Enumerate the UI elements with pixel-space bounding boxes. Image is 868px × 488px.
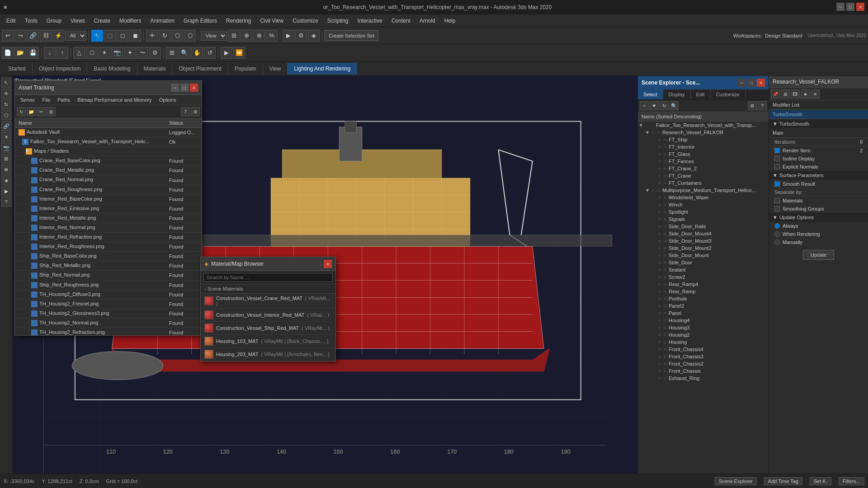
undo-button[interactable]: ↩ bbox=[2, 30, 14, 42]
at-menu-file[interactable]: File bbox=[38, 96, 54, 104]
at-file-row[interactable]: TH_Housing2_Refraction.pngFound bbox=[15, 328, 202, 335]
mat-item[interactable]: Construction_Vessel_Interior_Red_MAT ( V… bbox=[201, 309, 335, 322]
prop-highlight-button[interactable]: ★ bbox=[801, 89, 810, 99]
se-help-button[interactable]: ? bbox=[758, 101, 767, 110]
se-tab-display[interactable]: Display bbox=[663, 89, 691, 99]
se-filter-button[interactable]: ▼ bbox=[650, 101, 659, 110]
close-button[interactable]: ✕ bbox=[856, 3, 864, 11]
mat-item[interactable]: Housing_103_MAT ( VRayMtl ) [Back_Chassi… bbox=[201, 335, 335, 348]
se-node[interactable]: ○○Signals bbox=[638, 216, 769, 223]
menu-item-help[interactable]: Help bbox=[440, 16, 460, 26]
camera-button[interactable]: 📷 bbox=[111, 47, 123, 59]
se-tab-edit[interactable]: Edit bbox=[691, 89, 711, 99]
open-file-button[interactable]: 📂 bbox=[14, 47, 26, 59]
add-time-tag-button[interactable]: Add Time Tag bbox=[764, 477, 802, 485]
se-node[interactable]: ○○FT_Glass bbox=[638, 150, 769, 158]
se-refresh-button[interactable]: ↻ bbox=[660, 101, 669, 110]
at-file-row[interactable]: Crane_Red_Roughness.pngFound bbox=[15, 185, 202, 194]
render-settings-button[interactable]: ⚙ bbox=[295, 30, 307, 42]
isoline-checkbox[interactable] bbox=[774, 156, 780, 161]
prop-anim-button[interactable]: 🎞 bbox=[791, 89, 800, 99]
at-maps-row[interactable]: ▶Maps / Shaders bbox=[15, 147, 202, 156]
menu-item-views[interactable]: Views bbox=[66, 16, 90, 26]
at-file-row[interactable]: Interior_Red_BaseColor.pngFound bbox=[15, 194, 202, 204]
menu-item-interactive[interactable]: Interactive bbox=[353, 16, 387, 26]
at-file-row[interactable]: Ship_Red_Roughness.pngFound bbox=[15, 280, 202, 290]
se-node[interactable]: ○○Housing bbox=[638, 338, 769, 346]
at-file-row[interactable]: Ship_Red_BaseColor.pngFound bbox=[15, 252, 202, 261]
paint-select-button[interactable]: ◼ bbox=[129, 30, 141, 42]
se-node[interactable]: ○○Side_Door_Mount4 bbox=[638, 230, 769, 237]
at-locate-button[interactable]: 📁 bbox=[27, 107, 36, 116]
tab-populate[interactable]: Populate bbox=[228, 63, 263, 75]
angle-snap-button[interactable]: ⊗ bbox=[253, 30, 265, 42]
prop-pin-button[interactable]: 📌 bbox=[771, 89, 780, 99]
lasso-button[interactable]: ◻ bbox=[117, 30, 128, 42]
se-node[interactable]: ○○FT_Fances bbox=[638, 158, 769, 165]
tab-materials[interactable]: Materials bbox=[137, 63, 173, 75]
se-node[interactable]: ○○Panel2 bbox=[638, 302, 769, 310]
maximize-button[interactable]: □ bbox=[846, 3, 854, 11]
at-menu-options[interactable]: Options bbox=[156, 96, 180, 104]
arc-rotate-button[interactable]: ↺ bbox=[204, 47, 216, 59]
se-node[interactable]: ○○Front_Chassis4 bbox=[638, 346, 769, 353]
mat-close-button[interactable]: ✕ bbox=[324, 260, 332, 268]
sidebar-move-icon[interactable]: ✛ bbox=[1, 89, 11, 99]
align-button[interactable]: ⊞ bbox=[228, 30, 240, 42]
menu-item-graph-editors[interactable]: Graph Editors bbox=[179, 16, 222, 26]
light-button[interactable]: ☀ bbox=[99, 47, 110, 59]
selection-filter-dropdown[interactable]: All bbox=[65, 31, 86, 41]
tab-object-inspection[interactable]: Object Inspection bbox=[33, 63, 88, 75]
sidebar-select-icon[interactable]: ↖ bbox=[1, 78, 11, 88]
menu-item-create[interactable]: Create bbox=[90, 16, 115, 26]
at-file-row[interactable]: Interior_Red_Metallic.pngFound bbox=[15, 213, 202, 223]
mat-item[interactable]: Housing_203_MAT ( VRayMtl ) [Armchairs, … bbox=[201, 348, 335, 361]
import-button[interactable]: ↓ bbox=[44, 47, 56, 59]
se-node[interactable]: ○○Housing2 bbox=[638, 331, 769, 338]
export-button[interactable]: ↑ bbox=[57, 47, 68, 59]
se-add-button[interactable]: + bbox=[640, 101, 649, 110]
minimize-button[interactable]: ─ bbox=[836, 3, 844, 11]
se-node[interactable]: ○○Front_Chassis bbox=[638, 367, 769, 375]
zoom-button[interactable]: 🔍 bbox=[179, 47, 190, 59]
menu-item-arnold[interactable]: Arnold bbox=[415, 16, 440, 26]
sidebar-link-icon[interactable]: 🔗 bbox=[1, 121, 11, 131]
menu-item-group[interactable]: Group bbox=[42, 16, 66, 26]
tab-object-placement[interactable]: Object Placement bbox=[172, 63, 228, 75]
update-options-header[interactable]: ▼ Update Options bbox=[769, 213, 868, 222]
se-maximize-button[interactable]: □ bbox=[747, 79, 755, 87]
view-mode-dropdown[interactable]: View bbox=[201, 31, 227, 41]
mat-item[interactable]: Construction_Vessel_Ship_Red_MAT ( VRayM… bbox=[201, 322, 335, 335]
smooth-result-checkbox[interactable] bbox=[774, 181, 780, 187]
always-radio[interactable] bbox=[774, 223, 780, 229]
percent-snap-button[interactable]: % bbox=[266, 30, 278, 42]
se-node[interactable]: ○○Rear_Ramp bbox=[638, 288, 769, 295]
se-node[interactable]: ○○Panel bbox=[638, 310, 769, 317]
menu-item-civil-view[interactable]: Civil View bbox=[255, 16, 288, 26]
time-end-button[interactable]: ⏩ bbox=[233, 47, 245, 59]
sidebar-help-icon[interactable]: ? bbox=[1, 197, 11, 207]
turbosmooth-section-header[interactable]: ▼ TurboSmooth bbox=[769, 119, 868, 128]
at-strip-button[interactable]: ✂ bbox=[37, 107, 46, 116]
sidebar-align-icon[interactable]: ⊞ bbox=[1, 154, 11, 164]
viewport[interactable]: [Perspective] [Standard] [Edged Faces] bbox=[13, 76, 637, 474]
at-file-row[interactable]: TH_Housing2_Glossiness3.pngFound bbox=[15, 309, 202, 318]
se-node[interactable]: ○○Rear_Ramp4 bbox=[638, 281, 769, 288]
at-file-row[interactable]: Crane_Red_Metallic.pngFound bbox=[15, 166, 202, 175]
at-maximize-button[interactable]: □ bbox=[180, 84, 189, 92]
prop-modifier-button[interactable]: ⊞ bbox=[781, 89, 790, 99]
when-rendering-radio[interactable] bbox=[774, 231, 780, 237]
turbosmooth-modifier[interactable]: TurboSmooth bbox=[769, 110, 868, 119]
se-node[interactable]: ○○Screw2 bbox=[638, 273, 769, 281]
se-node[interactable]: ○○Spotlight bbox=[638, 208, 769, 216]
new-scene-button[interactable]: 📄 bbox=[2, 47, 14, 59]
menu-item-customize[interactable]: Customize bbox=[288, 16, 323, 26]
se-node[interactable]: ○○FT_Crane_2 bbox=[638, 165, 769, 172]
sidebar-scale-icon[interactable]: ⬡ bbox=[1, 110, 11, 120]
se-node[interactable]: ○○Front_Chassis2 bbox=[638, 360, 769, 367]
rotate-button[interactable]: ↻ bbox=[159, 30, 170, 42]
shape-button[interactable]: △ bbox=[73, 47, 85, 59]
se-search-icon[interactable]: 🔍 bbox=[670, 101, 679, 110]
select-button[interactable]: ↖ bbox=[91, 30, 103, 42]
menu-item-rendering[interactable]: Rendering bbox=[222, 16, 255, 26]
